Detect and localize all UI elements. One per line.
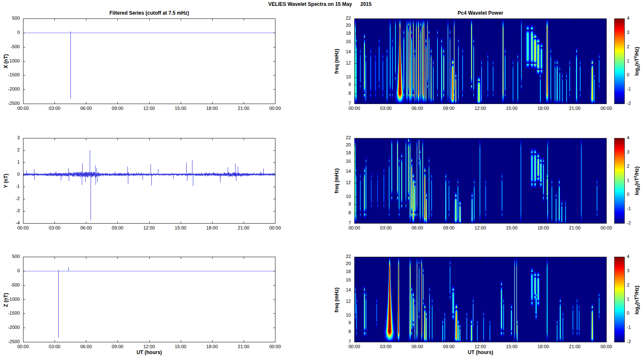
freq-tick-label: 20 [330,23,351,28]
z-wavelet-power-plot [354,257,607,342]
x-axis-tick-label: 06:00 [411,225,423,230]
x-axis-tick-label: 12:00 [143,344,155,349]
x-axis-tick-label: 00:00 [269,106,281,111]
freq-tick-label: 16 [330,277,351,282]
x-axis-tick-label: 03:00 [380,225,392,230]
freq-tick-label: 14 [330,169,351,174]
x-axis-tick-label: 15:00 [506,344,518,349]
y-axis-tick-label: 2 [0,147,20,152]
z-filtered-series-plot [23,257,275,342]
freq-tick-label: 18 [330,150,351,155]
y-axis-tick-label: -2000 [0,86,20,91]
colorbar-tick-label: 4 [627,16,639,21]
colorbar-gradient [614,257,625,342]
x-axis-tick-label: 06:00 [80,225,92,230]
x-axis-tick-label: 09:00 [112,225,124,230]
left-xaxis-label: UT (hours) [137,349,162,355]
x-axis-tick-label: 21:00 [569,225,581,230]
y-wavelet-power-plot [354,138,607,224]
colorbar-tick-label: 1 [627,297,639,302]
colorbar-tick-label: -2 [627,220,639,225]
y-axis-tick-label: -500 [0,44,20,49]
y-axis-tick-label: -2 [0,196,20,201]
colorbar-tick-label: 2 [627,164,639,169]
x-axis-tick-label: 12:00 [143,225,155,230]
freq-tick-label: 8 [330,329,351,334]
colorbar-tick-label: 0 [627,192,639,197]
y-wavelet-colorbar [614,138,625,224]
freq-tick-label: 12 [330,299,351,304]
x-wavelet-power-plot [354,18,607,104]
x-axis-tick-label: 18:00 [206,344,218,349]
freq-tick-label: 22 [330,135,351,140]
y-axis-tick-label: -1500 [0,72,20,77]
y-axis-tick-label: -2500 [0,101,20,106]
freq-tick-label: 7 [330,339,351,344]
x-axis-tick-label: 12:00 [475,225,486,230]
freq-tick-label: 18 [330,31,351,36]
x-axis-tick-label: 00:00 [348,106,360,111]
z-filtered-series-panel [23,257,275,342]
colorbar-tick-label: 2 [627,44,639,49]
colorbar-tick-label: 3 [627,149,639,154]
x-axis-tick-label: 00:00 [269,225,281,230]
colorbar-gradient [614,138,625,224]
x-axis-tick-label: 18:00 [206,106,218,111]
x-axis-tick-label: 21:00 [238,106,249,111]
x-axis-tick-label: 03:00 [380,344,392,349]
y-filtered-series-panel [23,138,275,224]
x-axis-tick-label: 06:00 [411,106,423,111]
x-axis-tick-label: 09:00 [112,106,124,111]
y-axis-tick-label: -3 [0,208,20,213]
freq-tick-label: 9 [330,82,351,87]
x-axis-tick-label: 00:00 [600,225,612,230]
colorbar-tick-label: -1 [627,206,639,211]
x-wavelet-colorbar [614,18,625,104]
x-axis-tick-label: 15:00 [506,106,518,111]
x-axis-tick-label: 18:00 [538,225,549,230]
x-axis-tick-label: 03:00 [49,225,60,230]
y-axis-tick-label: 0 [0,268,20,273]
figure-canvas: VELIES Wavelet Spectra on 15 May 2015 Fi… [0,0,644,357]
x-axis-tick-label: 00:00 [600,344,612,349]
x-axis-tick-label: 09:00 [443,225,455,230]
x-axis-tick-label: 21:00 [238,344,249,349]
figure-title: VELIES Wavelet Spectra on 15 May 2015 [268,1,371,7]
freq-tick-label: 7 [330,101,351,106]
x-axis-tick-label: 18:00 [538,106,549,111]
freq-tick-label: 20 [330,142,351,147]
x-axis-tick-label: 00:00 [17,344,29,349]
y-filtered-series-plot [23,138,275,224]
colorbar-tick-label: 2 [627,282,639,287]
x-axis-tick-label: 21:00 [238,225,249,230]
y-axis-tick-label: -500 [0,282,20,287]
x-axis-tick-label: 06:00 [411,344,423,349]
colorbar-gradient [614,18,625,104]
freq-tick-label: 12 [330,60,351,65]
colorbar-tick-label: 4 [627,135,639,140]
y-axis-tick-label: 3 [0,135,20,140]
x-axis-tick-label: 18:00 [206,225,218,230]
x-axis-tick-label: 00:00 [348,344,360,349]
x-axis-tick-label: 21:00 [569,106,581,111]
y-axis-tick-label: 500 [0,16,20,21]
freq-tick-label: 20 [330,261,351,266]
x-axis-tick-label: 00:00 [269,344,281,349]
x-axis-tick-label: 03:00 [49,344,60,349]
colorbar-tick-label: 0 [627,72,639,77]
x-axis-tick-label: 09:00 [112,344,124,349]
freq-tick-label: 8 [330,210,351,215]
freq-tick-label: 8 [330,91,351,96]
colorbar-tick-label: -2 [627,101,639,106]
x-axis-tick-label: 18:00 [538,344,549,349]
y-axis-tick-label: 0 [0,172,20,177]
y-axis-tick-label: -2000 [0,325,20,330]
y-wavelet-power-panel [354,138,607,224]
x-axis-tick-label: 03:00 [49,106,60,111]
y-axis-tick-label: -2500 [0,339,20,344]
y-axis-tick-label: -1000 [0,58,20,63]
x-axis-tick-label: 12:00 [475,344,486,349]
x-axis-tick-label: 06:00 [80,106,92,111]
x-axis-tick-label: 15:00 [175,106,187,111]
freq-tick-label: 22 [330,254,351,259]
